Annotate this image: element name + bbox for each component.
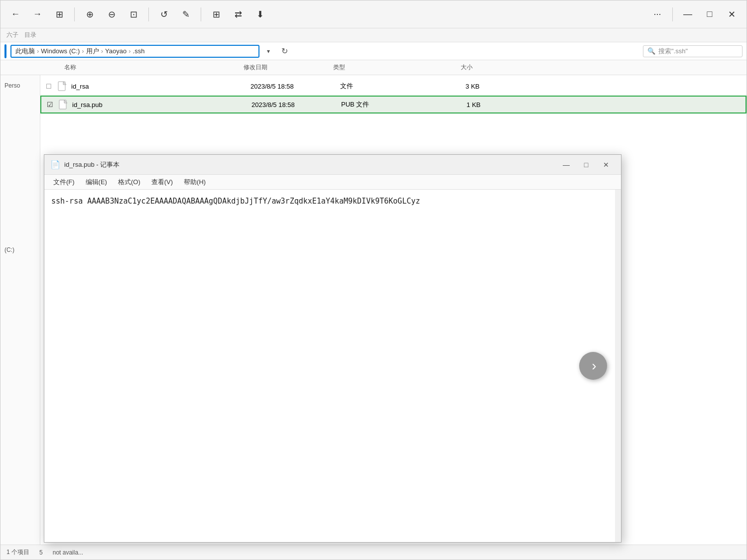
- toolbar-divider-4: [672, 7, 673, 21]
- type-id-rsa: 文件: [340, 82, 430, 91]
- notepad-close-button[interactable]: ✕: [597, 158, 615, 172]
- search-placeholder: 搜索".ssh": [658, 47, 688, 56]
- notepad-maximize-button[interactable]: □: [577, 158, 595, 172]
- checkbox-id-rsa-pub[interactable]: ☑: [45, 100, 54, 109]
- notepad-title: id_rsa.pub - 记事本: [64, 160, 120, 169]
- status-count: 1 个项目: [6, 548, 29, 557]
- breadcrumb-dropdown-button[interactable]: ▾: [261, 44, 275, 58]
- notepad-scrollbar[interactable]: [615, 190, 621, 542]
- toolbar-divider-1: [74, 7, 75, 21]
- minimize-button[interactable]: —: [679, 5, 697, 23]
- menu-file[interactable]: 文件(F): [48, 176, 80, 189]
- date-id-rsa-pub: 2023/8/5 18:58: [251, 101, 341, 109]
- size-id-rsa: 3 KB: [430, 83, 490, 90]
- breadcrumb-bar: 此电脑 › Windows (C:) › 用户 › Yaoyao › .ssh …: [0, 42, 747, 60]
- fit-button[interactable]: ⊡: [124, 5, 142, 23]
- notepad-arrow-button[interactable]: ›: [579, 352, 607, 380]
- breadcrumb-this-pc[interactable]: 此电脑: [15, 47, 35, 56]
- breadcrumb-windows-c[interactable]: Windows (C:): [41, 47, 80, 55]
- menu-edit[interactable]: 编辑(E): [81, 176, 112, 189]
- zoom-out-button[interactable]: ⊖: [103, 5, 121, 23]
- grid-button[interactable]: ⊞: [50, 5, 68, 23]
- type-id-rsa-pub: PUB 文件: [341, 100, 431, 109]
- column-headers: 名称 修改日期 类型 大小: [0, 60, 747, 75]
- filename-id-rsa: id_rsa: [71, 83, 250, 90]
- forward-button[interactable]: →: [28, 5, 46, 23]
- breadcrumb-users[interactable]: 用户: [86, 47, 99, 56]
- rotate-left-button[interactable]: ↺: [155, 5, 173, 23]
- date-id-rsa: 2023/8/5 18:58: [250, 83, 340, 90]
- transform-button[interactable]: ⇄: [229, 5, 247, 23]
- breadcrumb-sep-3: ›: [101, 47, 103, 55]
- notepad-minimize-button[interactable]: —: [557, 158, 575, 172]
- back-button[interactable]: ←: [6, 5, 24, 23]
- arrow-icon: ›: [592, 358, 596, 374]
- sidebar-item-perso[interactable]: Perso: [0, 79, 40, 92]
- status-bar: 1 个项目 5 not availa...: [0, 545, 747, 560]
- breadcrumb-ssh[interactable]: .ssh: [133, 47, 145, 55]
- menu-help[interactable]: 帮助(H): [179, 176, 211, 189]
- file-icon-id-rsa: [57, 81, 67, 91]
- toolbar: ← → ⊞ ⊕ ⊖ ⊡ ↺ ✎ ⊞ ⇄ ⬇ ··· — □ ✕: [0, 0, 747, 28]
- more-button[interactable]: ···: [648, 5, 666, 23]
- col-header-type[interactable]: 类型: [333, 63, 423, 72]
- notepad-title-left: 📄 id_rsa.pub - 记事本: [50, 160, 120, 169]
- search-box[interactable]: 🔍 搜索".ssh": [643, 45, 743, 57]
- col-header-name[interactable]: 名称: [64, 63, 244, 72]
- sidebar: Perso (C:): [0, 75, 40, 560]
- search-icon: 🔍: [647, 47, 655, 55]
- notepad-content: ssh-rsa AAAAB3NzaC1yc2EAAAADAQABAAAgQDAk…: [44, 190, 621, 542]
- menu-view[interactable]: 查看(V): [146, 176, 178, 189]
- nav-indicator: [4, 44, 6, 58]
- status-not-available: not availa...: [53, 549, 83, 556]
- toolbar-divider-2: [148, 7, 149, 21]
- notepad-titlebar: 📄 id_rsa.pub - 记事本 — □ ✕: [44, 155, 621, 175]
- col-header-size[interactable]: 大小: [423, 63, 483, 72]
- breadcrumb-sep-1: ›: [37, 47, 39, 55]
- size-id-rsa-pub: 1 KB: [431, 101, 491, 109]
- breadcrumb-refresh-button[interactable]: ↻: [277, 44, 291, 58]
- breadcrumb-yaoyao[interactable]: Yaoyao: [105, 47, 126, 55]
- close-button[interactable]: ✕: [723, 5, 741, 23]
- maximize-button[interactable]: □: [701, 5, 719, 23]
- notepad-menubar: 文件(F) 编辑(E) 格式(O) 查看(V) 帮助(H): [44, 175, 621, 190]
- breadcrumb-path[interactable]: 此电脑 › Windows (C:) › 用户 › Yaoyao › .ssh: [10, 45, 259, 58]
- toolbar-divider-3: [201, 7, 201, 21]
- file-row-id-rsa-pub[interactable]: ☑ id_rsa.pub 2023/8/5 18:58 PUB 文件 1 KB: [40, 96, 747, 113]
- edit-button[interactable]: ✎: [177, 5, 195, 23]
- checkbox-id-rsa[interactable]: ☐: [44, 82, 53, 91]
- notepad-window: 📄 id_rsa.pub - 记事本 — □ ✕ 文件(F) 编辑(E) 格式(…: [44, 154, 622, 543]
- menu-format[interactable]: 格式(O): [113, 176, 145, 189]
- breadcrumb-sep-4: ›: [128, 47, 130, 55]
- file-icon-id-rsa-pub: [58, 100, 68, 110]
- file-row-id-rsa[interactable]: ☐ id_rsa 2023/8/5 18:58 文件 3 KB: [40, 77, 747, 95]
- filename-id-rsa-pub: id_rsa.pub: [72, 101, 251, 109]
- breadcrumb-sep-2: ›: [82, 47, 84, 55]
- col-header-modified[interactable]: 修改日期: [244, 63, 333, 72]
- sidebar-item-c-drive[interactable]: (C:): [0, 243, 40, 256]
- notepad-window-controls: — □ ✕: [557, 158, 615, 172]
- export-button[interactable]: ⊞: [207, 5, 225, 23]
- sub-header-label: 六子 目录: [6, 31, 36, 39]
- zoom-in-button[interactable]: ⊕: [81, 5, 99, 23]
- status-size: 5: [39, 549, 43, 556]
- notepad-icon: 📄: [50, 160, 60, 169]
- notepad-textarea[interactable]: ssh-rsa AAAAB3NzaC1yc2EAAAADAQABAAAgQDAk…: [44, 190, 621, 542]
- download-button[interactable]: ⬇: [251, 5, 269, 23]
